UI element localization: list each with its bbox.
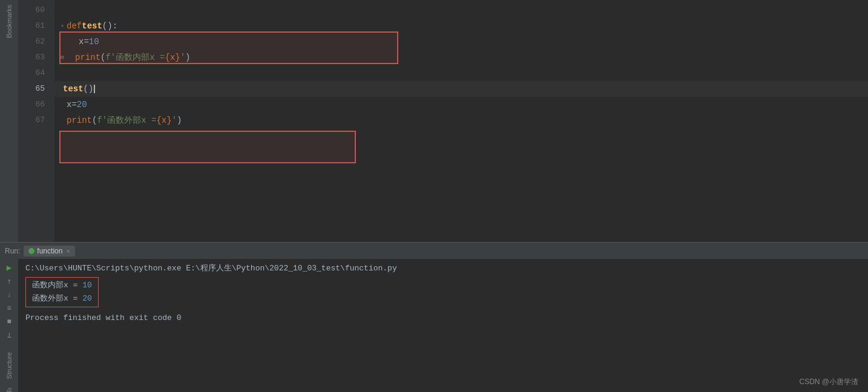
str-brace-open-67: { xyxy=(156,116,161,125)
cursor xyxy=(94,85,95,93)
paren-67-open: ( xyxy=(92,116,97,125)
run-bar: Run: function × xyxy=(0,242,868,259)
line-num-65: 65 xyxy=(18,81,50,97)
line-num-67: 67 xyxy=(18,113,50,128)
csdn-watermark: CSDN @小唐学渣 xyxy=(799,377,858,387)
keyword-print-67: print xyxy=(67,116,92,125)
space-66: = xyxy=(71,100,76,109)
stop-icon[interactable]: ■ xyxy=(3,318,15,326)
process-line: Process finished with exit code 0 xyxy=(25,313,861,322)
output-line-2: 函数外部x = 20 xyxy=(32,292,92,305)
str-content-inner: 函数内部x = xyxy=(116,52,165,63)
code-line-64 xyxy=(54,65,868,81)
up-arrow-icon[interactable]: ↑ xyxy=(7,278,11,286)
paren-call-close: ) xyxy=(88,84,93,94)
code-line-67: print ( f' 函数外部x = { x } ' ) xyxy=(54,113,868,128)
code-content[interactable]: ▾ def test ( ) : x = 10 ⊖ print ( f' 函数内… xyxy=(54,0,868,242)
cmd-text: C:\Users\HUNTE\Scripts\python.exe E:\程序人… xyxy=(25,263,397,273)
str-brace-close-63: } xyxy=(175,53,180,62)
paren-63-open: ( xyxy=(100,53,105,62)
space-62: = xyxy=(84,37,88,47)
code-line-60 xyxy=(54,2,868,18)
str-brace-close-67: } xyxy=(166,116,171,125)
bookmarks-label: Bookmarks xyxy=(5,2,13,41)
str-var-x-63: x xyxy=(170,53,175,62)
highlight-box-bottom xyxy=(59,131,356,163)
paren-67-close: ) xyxy=(177,116,182,125)
structure-label: Structure xyxy=(5,350,13,382)
run-tab-close[interactable]: × xyxy=(66,247,70,255)
code-line-63: ⊖ print ( f' 函数内部x = { x } ' ) xyxy=(54,50,868,65)
line-num-62: 62 xyxy=(18,34,50,50)
output-box: 函数内部x = 10 函数外部x = 20 xyxy=(25,277,99,307)
pin-icon[interactable]: ⊥ xyxy=(3,331,15,340)
paren-63-close: ) xyxy=(185,53,190,62)
line-num-64: 64 xyxy=(18,65,50,81)
terminal-cmd-line: C:\Users\HUNTE\Scripts\python.exe E:\程序人… xyxy=(25,263,861,273)
str-prefix-63: f' xyxy=(105,53,116,62)
paren-open: ( xyxy=(102,21,107,31)
var-x-62: x xyxy=(79,37,84,47)
func-name-test: test xyxy=(82,21,102,31)
code-line-66: x = 20 xyxy=(54,97,868,113)
run-label: Run: xyxy=(5,247,20,255)
output-num-10: 10 xyxy=(82,281,92,290)
paren-close: ) xyxy=(107,21,112,31)
down-arrow-icon[interactable]: ↓ xyxy=(7,291,11,299)
paren-call-open: ( xyxy=(84,84,88,94)
str-quote-close-67: ' xyxy=(172,116,177,125)
line-num-63: 63 xyxy=(18,50,50,65)
run-tab-dot xyxy=(28,248,35,254)
terminal-content[interactable]: C:\Users\HUNTE\Scripts\python.exe E:\程序人… xyxy=(18,259,868,392)
str-quote-close-63: ' xyxy=(180,53,185,62)
code-line-62: x = 10 xyxy=(54,34,868,50)
terminal-area: ▶ ↑ ↓ ≡ ■ ⊥ Structure 🖨 🗑 C:\Users\HUNTE… xyxy=(0,259,868,392)
str-prefix-67: f' xyxy=(97,116,107,125)
run-button[interactable]: ▶ xyxy=(7,263,12,273)
str-content-outer: 函数外部x = xyxy=(107,115,156,126)
wrap-icon[interactable]: ≡ xyxy=(3,304,15,313)
print-icon[interactable]: 🖨 xyxy=(3,387,15,392)
left-sidebar: Bookmarks xyxy=(0,0,18,242)
line-num-60: 60 xyxy=(18,2,50,18)
keyword-print-63: print xyxy=(75,53,100,62)
code-line-61: ▾ def test ( ) : xyxy=(54,18,868,34)
output-line-1: 函数内部x = 10 xyxy=(32,279,92,292)
line-num-66: 66 xyxy=(18,97,50,113)
output-num-20: 20 xyxy=(82,294,92,303)
editor-area: Bookmarks 60 61 62 63 64 65 66 67 ▾ def … xyxy=(0,0,868,242)
str-brace-open-63: { xyxy=(165,53,169,62)
fold-icon-63[interactable]: ⊖ xyxy=(61,54,64,61)
line-num-61: 61 xyxy=(18,18,50,34)
code-line-65: test ( ) xyxy=(54,81,868,97)
run-tab-name: function xyxy=(37,247,62,255)
str-var-x-67: x xyxy=(162,116,166,125)
run-tab[interactable]: function × xyxy=(24,246,74,256)
num-20: 20 xyxy=(77,100,87,109)
keyword-def: def xyxy=(67,21,82,31)
terminal-left-sidebar: ▶ ↑ ↓ ≡ ■ ⊥ Structure 🖨 🗑 xyxy=(0,259,18,392)
num-10: 10 xyxy=(89,37,99,47)
var-x-66: x xyxy=(67,100,71,109)
colon: : xyxy=(113,21,117,31)
fold-icon-61[interactable]: ▾ xyxy=(61,22,64,30)
line-numbers: 60 61 62 63 64 65 66 67 xyxy=(18,0,54,242)
func-call-test: test xyxy=(63,84,84,94)
